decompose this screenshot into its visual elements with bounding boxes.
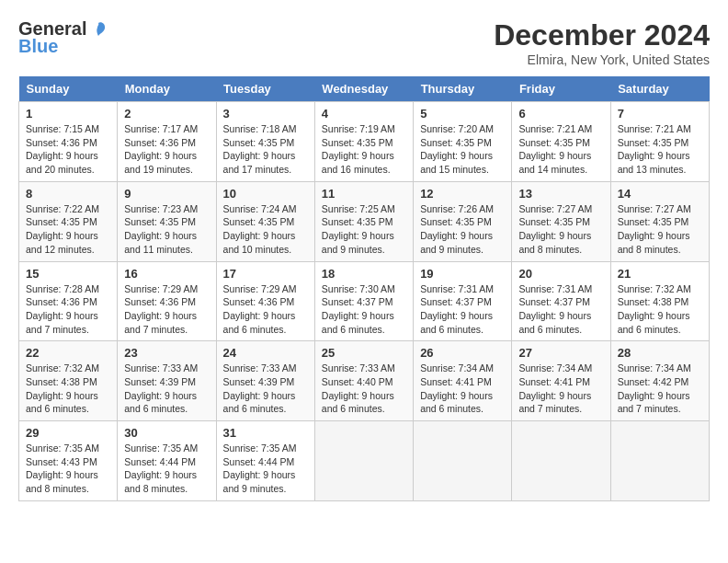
day-number: 7 — [618, 107, 702, 121]
day-info: Sunrise: 7:21 AM Sunset: 4:35 PM Dayligh… — [618, 122, 702, 177]
calendar-cell: 9 Sunrise: 7:23 AM Sunset: 4:35 PM Dayli… — [118, 181, 216, 261]
day-number: 8 — [26, 187, 110, 201]
day-info: Sunrise: 7:33 AM Sunset: 4:39 PM Dayligh… — [124, 362, 209, 416]
calendar-cell: 23 Sunrise: 7:33 AM Sunset: 4:39 PM Dayl… — [118, 341, 216, 421]
day-number: 6 — [518, 107, 603, 121]
day-info: Sunrise: 7:34 AM Sunset: 4:41 PM Dayligh… — [420, 362, 505, 416]
calendar-cell — [512, 421, 610, 501]
day-number: 25 — [322, 346, 406, 360]
day-number: 29 — [26, 426, 110, 440]
day-info: Sunrise: 7:32 AM Sunset: 4:38 PM Dayligh… — [26, 362, 110, 416]
day-info: Sunrise: 7:31 AM Sunset: 4:37 PM Dayligh… — [518, 282, 603, 337]
calendar-cell: 12 Sunrise: 7:26 AM Sunset: 4:35 PM Dayl… — [414, 181, 512, 261]
calendar-cell: 1 Sunrise: 7:15 AM Sunset: 4:36 PM Dayli… — [19, 102, 118, 182]
day-number: 9 — [124, 187, 209, 201]
day-info: Sunrise: 7:35 AM Sunset: 4:44 PM Dayligh… — [124, 442, 209, 496]
day-number: 19 — [420, 267, 505, 281]
month-title: December 2024 — [494, 18, 710, 52]
calendar-cell — [314, 421, 413, 501]
day-number: 24 — [223, 346, 308, 360]
col-saturday: Saturday — [610, 76, 709, 102]
day-number: 27 — [518, 346, 603, 360]
calendar-cell: 22 Sunrise: 7:32 AM Sunset: 4:38 PM Dayl… — [19, 341, 118, 421]
day-info: Sunrise: 7:23 AM Sunset: 4:35 PM Dayligh… — [124, 202, 209, 257]
day-info: Sunrise: 7:26 AM Sunset: 4:35 PM Dayligh… — [420, 202, 505, 257]
logo-blue: Blue — [18, 36, 58, 57]
logo-bird-icon — [88, 19, 108, 40]
day-info: Sunrise: 7:31 AM Sunset: 4:37 PM Dayligh… — [420, 282, 505, 337]
col-monday: Monday — [118, 76, 216, 102]
day-info: Sunrise: 7:34 AM Sunset: 4:41 PM Dayligh… — [518, 362, 603, 416]
day-number: 3 — [223, 107, 308, 121]
calendar-cell: 11 Sunrise: 7:25 AM Sunset: 4:35 PM Dayl… — [314, 181, 413, 261]
week-row-2: 8 Sunrise: 7:22 AM Sunset: 4:35 PM Dayli… — [19, 181, 710, 261]
day-number: 12 — [420, 187, 505, 201]
calendar-cell: 6 Sunrise: 7:21 AM Sunset: 4:35 PM Dayli… — [512, 102, 610, 182]
day-info: Sunrise: 7:20 AM Sunset: 4:35 PM Dayligh… — [420, 122, 505, 177]
day-info: Sunrise: 7:28 AM Sunset: 4:36 PM Dayligh… — [26, 282, 110, 337]
day-number: 21 — [618, 267, 702, 281]
calendar-cell: 7 Sunrise: 7:21 AM Sunset: 4:35 PM Dayli… — [610, 102, 709, 182]
day-info: Sunrise: 7:34 AM Sunset: 4:42 PM Dayligh… — [618, 362, 702, 416]
day-number: 31 — [223, 426, 308, 440]
col-wednesday: Wednesday — [314, 76, 413, 102]
calendar-cell: 28 Sunrise: 7:34 AM Sunset: 4:42 PM Dayl… — [610, 341, 709, 421]
day-number: 13 — [518, 187, 603, 201]
day-number: 16 — [124, 267, 209, 281]
day-info: Sunrise: 7:17 AM Sunset: 4:36 PM Dayligh… — [124, 122, 209, 177]
day-number: 4 — [322, 107, 406, 121]
calendar-cell: 27 Sunrise: 7:34 AM Sunset: 4:41 PM Dayl… — [512, 341, 610, 421]
week-row-5: 29 Sunrise: 7:35 AM Sunset: 4:43 PM Dayl… — [19, 421, 710, 501]
day-info: Sunrise: 7:32 AM Sunset: 4:38 PM Dayligh… — [618, 282, 702, 337]
day-info: Sunrise: 7:15 AM Sunset: 4:36 PM Dayligh… — [26, 122, 110, 177]
calendar-cell: 24 Sunrise: 7:33 AM Sunset: 4:39 PM Dayl… — [216, 341, 314, 421]
week-row-4: 22 Sunrise: 7:32 AM Sunset: 4:38 PM Dayl… — [19, 341, 710, 421]
col-friday: Friday — [512, 76, 610, 102]
calendar-cell: 10 Sunrise: 7:24 AM Sunset: 4:35 PM Dayl… — [216, 181, 314, 261]
calendar-cell: 31 Sunrise: 7:35 AM Sunset: 4:44 PM Dayl… — [216, 421, 314, 501]
header-row: Sunday Monday Tuesday Wednesday Thursday… — [19, 76, 710, 102]
day-info: Sunrise: 7:35 AM Sunset: 4:44 PM Dayligh… — [223, 442, 308, 496]
week-row-1: 1 Sunrise: 7:15 AM Sunset: 4:36 PM Dayli… — [19, 102, 710, 182]
calendar-cell: 16 Sunrise: 7:29 AM Sunset: 4:36 PM Dayl… — [118, 261, 216, 341]
calendar-cell: 14 Sunrise: 7:27 AM Sunset: 4:35 PM Dayl… — [610, 181, 709, 261]
day-info: Sunrise: 7:27 AM Sunset: 4:35 PM Dayligh… — [518, 202, 603, 257]
day-number: 5 — [420, 107, 505, 121]
calendar-cell: 25 Sunrise: 7:33 AM Sunset: 4:40 PM Dayl… — [314, 341, 413, 421]
day-info: Sunrise: 7:30 AM Sunset: 4:37 PM Dayligh… — [322, 282, 406, 337]
calendar-cell: 17 Sunrise: 7:29 AM Sunset: 4:36 PM Dayl… — [216, 261, 314, 341]
day-number: 30 — [124, 426, 209, 440]
day-info: Sunrise: 7:33 AM Sunset: 4:40 PM Dayligh… — [322, 362, 406, 416]
col-thursday: Thursday — [414, 76, 512, 102]
calendar-cell: 15 Sunrise: 7:28 AM Sunset: 4:36 PM Dayl… — [19, 261, 118, 341]
calendar-table: Sunday Monday Tuesday Wednesday Thursday… — [18, 76, 710, 501]
header: General Blue December 2024 Elmira, New Y… — [18, 18, 710, 67]
calendar-cell: 21 Sunrise: 7:32 AM Sunset: 4:38 PM Dayl… — [610, 261, 709, 341]
day-info: Sunrise: 7:29 AM Sunset: 4:36 PM Dayligh… — [124, 282, 209, 337]
day-number: 28 — [618, 346, 702, 360]
day-number: 20 — [518, 267, 603, 281]
calendar-cell — [610, 421, 709, 501]
calendar-cell: 19 Sunrise: 7:31 AM Sunset: 4:37 PM Dayl… — [414, 261, 512, 341]
title-section: December 2024 Elmira, New York, United S… — [494, 18, 710, 67]
day-number: 1 — [26, 107, 110, 121]
day-number: 18 — [322, 267, 406, 281]
day-info: Sunrise: 7:22 AM Sunset: 4:35 PM Dayligh… — [26, 202, 110, 257]
day-number: 22 — [26, 346, 110, 360]
calendar-cell: 18 Sunrise: 7:30 AM Sunset: 4:37 PM Dayl… — [314, 261, 413, 341]
col-sunday: Sunday — [19, 76, 118, 102]
calendar-cell: 20 Sunrise: 7:31 AM Sunset: 4:37 PM Dayl… — [512, 261, 610, 341]
day-info: Sunrise: 7:25 AM Sunset: 4:35 PM Dayligh… — [322, 202, 406, 257]
day-number: 11 — [322, 187, 406, 201]
day-info: Sunrise: 7:19 AM Sunset: 4:35 PM Dayligh… — [322, 122, 406, 177]
calendar-cell: 13 Sunrise: 7:27 AM Sunset: 4:35 PM Dayl… — [512, 181, 610, 261]
calendar-cell: 30 Sunrise: 7:35 AM Sunset: 4:44 PM Dayl… — [118, 421, 216, 501]
day-info: Sunrise: 7:27 AM Sunset: 4:35 PM Dayligh… — [618, 202, 702, 257]
day-number: 26 — [420, 346, 505, 360]
calendar-cell: 8 Sunrise: 7:22 AM Sunset: 4:35 PM Dayli… — [19, 181, 118, 261]
col-tuesday: Tuesday — [216, 76, 314, 102]
location: Elmira, New York, United States — [494, 52, 710, 67]
week-row-3: 15 Sunrise: 7:28 AM Sunset: 4:36 PM Dayl… — [19, 261, 710, 341]
day-info: Sunrise: 7:21 AM Sunset: 4:35 PM Dayligh… — [518, 122, 603, 177]
logo: General Blue — [18, 18, 108, 57]
